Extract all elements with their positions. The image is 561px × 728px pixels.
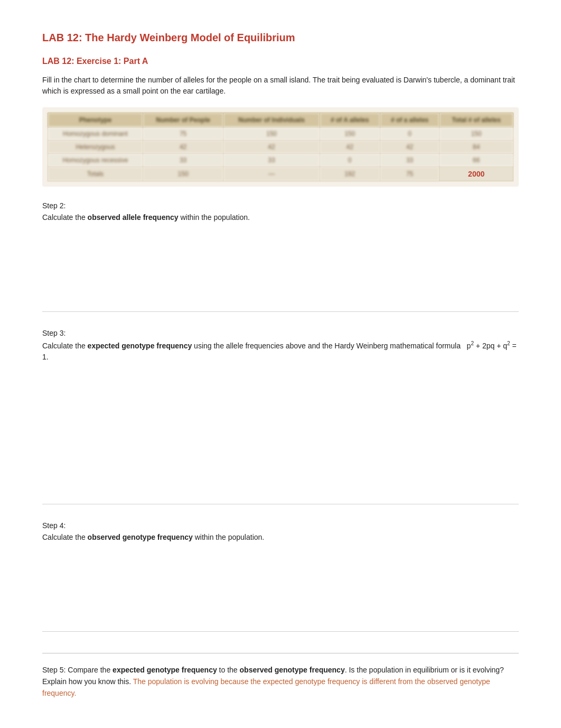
cell-a-lower-1: 0 <box>380 127 440 141</box>
data-table-container: Phenotype Number of People Number of Ind… <box>42 107 519 187</box>
step4-description: Calculate the observed genotype frequenc… <box>42 532 519 543</box>
cell-a-2: 42 <box>320 141 380 154</box>
table-row: Homozygous recessive 33 33 0 33 66 <box>48 154 513 167</box>
cell-a-3: 0 <box>320 154 380 167</box>
step5-section: Step 5: Compare the expected genotype fr… <box>42 653 519 699</box>
step2-section: Step 2: Calculate the observed allele fr… <box>42 201 519 312</box>
cell-individuals-totals: — <box>223 167 320 181</box>
step3-label: Step 3: <box>42 329 519 337</box>
cell-a-totals: 192 <box>320 167 380 181</box>
cell-phenotype-3: Homozygous recessive <box>48 154 143 167</box>
cell-phenotype-1: Homozygous dominant <box>48 127 143 141</box>
allele-table: Phenotype Number of People Number of Ind… <box>48 113 513 181</box>
cell-individuals-2: 42 <box>223 141 320 154</box>
step3-text-after: using the allele frequencies above and t… <box>192 342 471 350</box>
step3-text-before: Calculate the <box>42 342 88 350</box>
step5-label: Step 5: <box>42 666 68 674</box>
step5-text: Step 5: Compare the expected genotype fr… <box>42 664 519 699</box>
step2-label: Step 2: <box>42 201 519 210</box>
cell-a-lower-2: 42 <box>380 141 440 154</box>
step4-text-before: Calculate the <box>42 533 88 541</box>
cell-total-1: 150 <box>440 127 513 141</box>
step5-answer: The population is evolving because the e… <box>42 677 490 697</box>
step4-bold: observed genotype frequency <box>88 533 193 541</box>
cell-phenotype-totals: Totals <box>48 167 143 181</box>
col-header-a-lower-alleles: # of a alleles <box>380 113 440 127</box>
cell-people-1: 75 <box>143 127 223 141</box>
section-subtitle: LAB 12: Exercise 1: Part A <box>42 57 519 66</box>
cell-people-totals: 150 <box>143 167 223 181</box>
step2-workspace <box>42 227 519 312</box>
col-header-individuals: Number of Individuals <box>223 113 320 127</box>
cell-individuals-1: 150 <box>223 127 320 141</box>
step2-description: Calculate the observed allele frequency … <box>42 212 519 223</box>
step3-section: Step 3: Calculate the expected genotype … <box>42 329 519 504</box>
cell-individuals-3: 33 <box>223 154 320 167</box>
cell-a-lower-totals: 75 <box>380 167 440 181</box>
step3-formula: + 2pq + q <box>474 342 507 350</box>
intro-paragraph: Fill in the chart to determine the numbe… <box>42 75 519 97</box>
cell-people-2: 42 <box>143 141 223 154</box>
cell-people-3: 33 <box>143 154 223 167</box>
table-row-totals: Totals 150 — 192 75 2000 <box>48 167 513 181</box>
step5-bold1: expected genotype frequency <box>113 666 217 674</box>
cell-total-totals: 2000 <box>440 167 513 181</box>
cell-total-3: 66 <box>440 154 513 167</box>
step3-description: Calculate the expected genotype frequenc… <box>42 339 519 363</box>
cell-a-lower-3: 33 <box>380 154 440 167</box>
step4-section: Step 4: Calculate the observed genotype … <box>42 521 519 632</box>
step2-text-before: Calculate the <box>42 213 88 222</box>
cell-a-1: 150 <box>320 127 380 141</box>
cell-total-2: 84 <box>440 141 513 154</box>
step3-workspace <box>42 367 519 504</box>
table-row: Homozygous dominant 75 150 150 0 150 <box>48 127 513 141</box>
cell-phenotype-2: Heterozygous <box>48 141 143 154</box>
step4-workspace <box>42 547 519 632</box>
step5-bold2: observed genotype frequency <box>240 666 345 674</box>
step4-text-after: within the population. <box>193 533 264 541</box>
step2-bold: observed allele frequency <box>88 213 179 222</box>
step3-bold: expected genotype frequency <box>88 342 192 350</box>
col-header-people: Number of People <box>143 113 223 127</box>
step4-label: Step 4: <box>42 521 519 530</box>
table-row: Heterozygous 42 42 42 42 84 <box>48 141 513 154</box>
col-header-phenotype: Phenotype <box>48 113 143 127</box>
col-header-total-alleles: Total # of alleles <box>440 113 513 127</box>
main-title: LAB 12: The Hardy Weinberg Model of Equi… <box>42 32 519 44</box>
col-header-a-alleles: # of A alleles <box>320 113 380 127</box>
step2-text-after: within the population. <box>179 213 250 222</box>
